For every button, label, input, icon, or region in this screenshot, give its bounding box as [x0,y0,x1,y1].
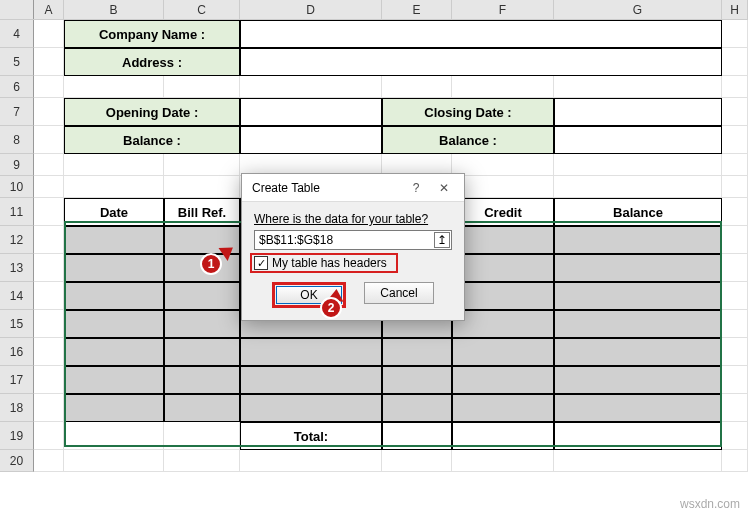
total-label: Total: [240,422,382,450]
row-header-6[interactable]: 6 [0,76,34,98]
address-value[interactable] [240,48,722,76]
select-all-corner[interactable] [0,0,34,19]
balance-left-value[interactable] [240,126,382,154]
col-header-E[interactable]: E [382,0,452,19]
headers-checkbox-label[interactable]: My table has headers [272,256,387,270]
watermark: wsxdn.com [680,497,740,511]
company-name-label: Company Name : [64,20,240,48]
balance-left-label: Balance : [64,126,240,154]
col-header-H[interactable]: H [722,0,748,19]
row-header-19[interactable]: 19 [0,422,34,450]
range-select-icon[interactable]: ↥ [434,232,450,248]
cancel-button[interactable]: Cancel [364,282,434,304]
col-date-header[interactable]: Date [64,198,164,226]
balance-right-value[interactable] [554,126,722,154]
col-header-D[interactable]: D [240,0,382,19]
total-balance[interactable] [554,422,722,450]
table-row[interactable] [554,226,722,254]
cell-A4[interactable] [34,20,64,48]
row-header-17[interactable]: 17 [0,366,34,394]
cell-H4[interactable] [722,20,748,48]
dialog-title: Create Table [252,181,402,195]
col-billref-header[interactable]: Bill Ref. [164,198,240,226]
address-label: Address : [64,48,240,76]
row-header-7[interactable]: 7 [0,98,34,126]
total-credit[interactable] [452,422,554,450]
row-header-8[interactable]: 8 [0,126,34,154]
cell-A5[interactable] [34,48,64,76]
balance-right-label: Balance : [382,126,554,154]
create-table-dialog: Create Table ? ✕ Where is the data for y… [241,173,465,321]
opening-date-label: Opening Date : [64,98,240,126]
col-balance-header[interactable]: Balance [554,198,722,226]
dialog-titlebar[interactable]: Create Table ? ✕ [242,174,464,202]
column-headers: A B C D E F G H [0,0,748,20]
dialog-question: Where is the data for your table? [254,212,452,226]
col-header-B[interactable]: B [64,0,164,19]
headers-checkbox[interactable]: ✓ [254,256,268,270]
row-header-12[interactable]: 12 [0,226,34,254]
row-header-11[interactable]: 11 [0,198,34,226]
callout-badge-1: 1 [200,253,222,275]
cell-H5[interactable] [722,48,748,76]
table-range-input[interactable] [254,230,452,250]
row-header-18[interactable]: 18 [0,394,34,422]
row-header-10[interactable]: 10 [0,176,34,198]
table-row[interactable] [64,226,164,254]
col-header-F[interactable]: F [452,0,554,19]
row-header-5[interactable]: 5 [0,48,34,76]
callout-badge-2: 2 [320,297,342,319]
col-header-G[interactable]: G [554,0,722,19]
table-row[interactable] [452,226,554,254]
row-header-13[interactable]: 13 [0,254,34,282]
row-header-9[interactable]: 9 [0,154,34,176]
col-credit-header[interactable]: Credit [452,198,554,226]
closing-date-value[interactable] [554,98,722,126]
col-header-A[interactable]: A [34,0,64,19]
closing-date-label: Closing Date : [382,98,554,126]
row-header-16[interactable]: 16 [0,338,34,366]
row-header-15[interactable]: 15 [0,310,34,338]
col-header-C[interactable]: C [164,0,240,19]
row-header-14[interactable]: 14 [0,282,34,310]
opening-date-value[interactable] [240,98,382,126]
company-name-value[interactable] [240,20,722,48]
row-header-4[interactable]: 4 [0,20,34,48]
close-icon[interactable]: ✕ [430,176,458,200]
total-debit[interactable] [382,422,452,450]
row-header-20[interactable]: 20 [0,450,34,472]
help-icon[interactable]: ? [402,176,430,200]
